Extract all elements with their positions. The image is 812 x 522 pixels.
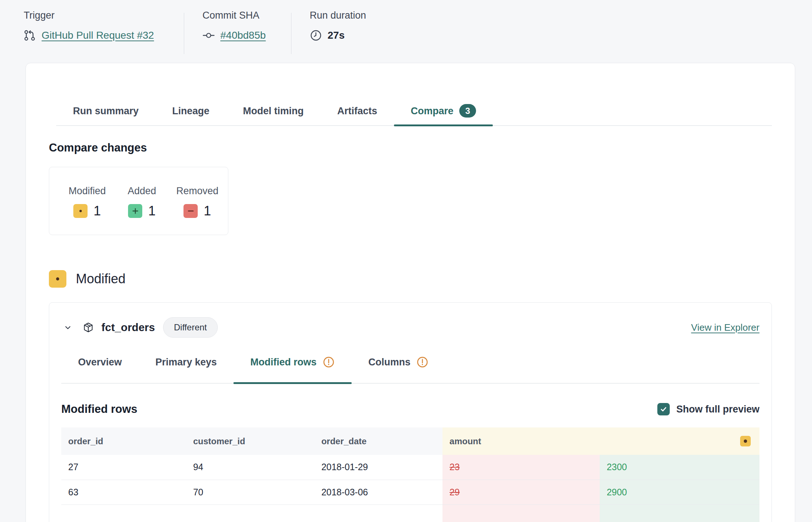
tab-compare[interactable]: Compare 3 [394, 104, 493, 125]
cell-order-id: 27 [61, 455, 186, 480]
commit-meta: Commit SHA #40bd85b [184, 10, 291, 63]
stat-added-label: Added [128, 185, 156, 197]
modified-rows-table: order_id customer_id order_date amount 2… [61, 427, 759, 522]
tab-artifacts[interactable]: Artifacts [321, 104, 394, 125]
duration-label: Run duration [310, 10, 366, 21]
status-badge: Different [163, 317, 218, 338]
collapse-chevron-button[interactable] [61, 321, 74, 334]
pull-request-icon [24, 29, 36, 42]
warning-icon [322, 356, 335, 368]
stat-removed: Removed 1 [178, 185, 217, 219]
model-card-header: fct_orders Different View in Explorer [61, 317, 759, 338]
modified-icon [73, 204, 88, 218]
modified-section-header: Modified [49, 270, 772, 288]
model-tabs: Overview Primary keys Modified rows Colu… [61, 356, 759, 384]
cell-order-date: 2018-01-29 [314, 455, 442, 480]
cell-customer-id: 70 [186, 480, 314, 504]
checkbox-checked-icon[interactable] [657, 403, 670, 415]
col-header-order-date: order_date [314, 427, 442, 455]
model-card-fct-orders: fct_orders Different View in Explorer Ov… [49, 302, 772, 522]
cell-amount-new [600, 504, 759, 522]
stat-added: Added 1 [123, 185, 161, 219]
run-meta-bar: Trigger GitHub Pull Request #32 Commit S… [0, 0, 812, 63]
cell-order-id [61, 504, 186, 522]
commit-label: Commit SHA [202, 10, 291, 21]
modified-rows-header: Modified rows Show full preview [61, 403, 759, 416]
cell-order-date: 2018-03-06 [314, 480, 442, 504]
modified-rows-title: Modified rows [61, 403, 137, 416]
added-icon [128, 204, 142, 218]
commit-sha-link[interactable]: #40bd85b [220, 30, 266, 41]
table-row [61, 504, 759, 522]
removed-icon [183, 204, 198, 218]
table-row: 63 70 2018-03-06 29 2900 [61, 480, 759, 504]
clock-icon [310, 29, 322, 42]
modified-section-icon [49, 270, 66, 288]
tab-columns[interactable]: Columns [352, 356, 446, 383]
show-full-preview-label: Show full preview [676, 404, 759, 415]
cell-amount-old [442, 504, 600, 522]
stat-modified-label: Modified [69, 185, 106, 197]
tab-model-timing[interactable]: Model timing [226, 104, 320, 125]
stat-removed-value: 1 [204, 203, 211, 219]
cell-amount-new: 2300 [600, 455, 759, 480]
compare-changes-title: Compare changes [49, 141, 772, 154]
warning-icon [416, 356, 429, 368]
cell-amount-old: 23 [442, 455, 600, 480]
run-detail-card: Run summary Lineage Model timing Artifac… [26, 63, 795, 522]
cell-customer-id [186, 504, 314, 522]
col-header-order-id: order_id [61, 427, 186, 455]
tab-lineage[interactable]: Lineage [155, 104, 226, 125]
model-cube-icon [82, 322, 94, 333]
tab-modified-rows[interactable]: Modified rows [233, 356, 352, 383]
stat-added-value: 1 [148, 203, 155, 219]
chevron-down-icon [63, 322, 73, 333]
cell-order-id: 63 [61, 480, 186, 504]
stat-removed-label: Removed [176, 185, 219, 197]
model-name: fct_orders [101, 321, 155, 334]
tab-overview[interactable]: Overview [61, 356, 139, 383]
commit-icon [202, 29, 215, 42]
cell-amount-old: 29 [442, 480, 600, 504]
view-in-explorer-link[interactable]: View in Explorer [691, 322, 759, 333]
tab-primary-keys[interactable]: Primary keys [139, 356, 233, 383]
modified-column-badge [740, 436, 751, 446]
cell-customer-id: 94 [186, 455, 314, 480]
cell-order-date [314, 504, 442, 522]
trigger-label: Trigger [24, 10, 184, 21]
tab-run-summary[interactable]: Run summary [56, 104, 155, 125]
col-header-amount: amount [442, 427, 759, 455]
col-header-customer-id: customer_id [186, 427, 314, 455]
stat-modified-value: 1 [93, 203, 101, 219]
trigger-link[interactable]: GitHub Pull Request #32 [42, 30, 154, 41]
compare-stats-card: Modified 1 Added 1 Removed [49, 167, 228, 235]
table-header-row: order_id customer_id order_date amount [61, 427, 759, 455]
duration-meta: Run duration 27s [291, 10, 366, 63]
stat-modified: Modified 1 [68, 185, 106, 219]
show-full-preview-toggle[interactable]: Show full preview [657, 403, 759, 415]
modified-section-title: Modified [76, 271, 125, 287]
compare-count-badge: 3 [459, 104, 476, 118]
table-row: 27 94 2018-01-29 23 2300 [61, 455, 759, 480]
cell-amount-new: 2900 [600, 480, 759, 504]
duration-value: 27s [328, 30, 345, 41]
run-tabs: Run summary Lineage Model timing Artifac… [56, 104, 772, 126]
trigger-meta: Trigger GitHub Pull Request #32 [24, 10, 184, 63]
